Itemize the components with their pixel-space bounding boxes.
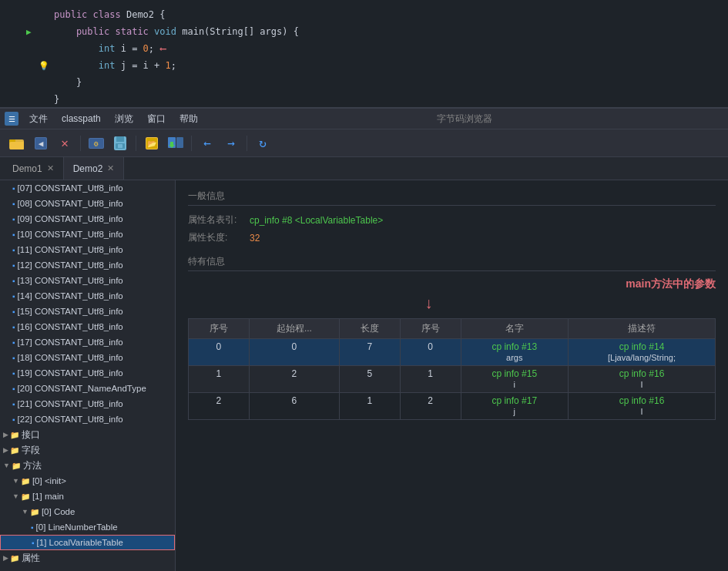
file-icon: ▪ — [12, 307, 15, 316]
expand-icon-code: ▼ — [22, 508, 29, 516]
attr-name-value[interactable]: cp_info #8 <LocalVariableTable> — [250, 215, 383, 226]
sidebar-item-s08[interactable]: ▪ [08] CONSTANT_Utf8_info — [0, 196, 175, 211]
sidebar-item-s11[interactable]: ▪ [11] CONSTANT_Utf8_info — [0, 242, 175, 257]
table-row: 1 2 5 1 cp info #15 i cp info #16 I — [189, 366, 716, 393]
sidebar-item-s21[interactable]: ▪ [21] CONSTANT_Utf8_info — [0, 396, 175, 411]
sidebar-label-s14: [14] CONSTANT_Utf8_info — [18, 291, 123, 301]
sidebar-item-s20[interactable]: ▪ [20] CONSTANT_NameAndType — [0, 381, 175, 396]
cell-start-1: 2 — [249, 366, 339, 393]
desc-link-2[interactable]: cp info #16 — [576, 395, 707, 406]
sidebar-label-s12: [12] CONSTANT_Utf8_info — [18, 260, 123, 270]
annotation-arrow-icon: ↓ — [425, 294, 433, 312]
table-row: 2 6 1 2 cp info #17 j cp info #16 I — [189, 393, 716, 420]
tab-demo1-close[interactable]: ✕ — [47, 163, 54, 173]
sidebar-item-interface[interactable]: ▶ 📁 接口 — [0, 427, 175, 442]
sidebar-label-method: 方法 — [23, 460, 42, 472]
main-area: ▪ [07] CONSTANT_Utf8_info ▪ [08] CONSTAN… — [0, 180, 728, 571]
svg-rect-10 — [116, 136, 124, 142]
attr-len-value: 32 — [250, 233, 260, 244]
sidebar-item-property[interactable]: ▶ 📁 属性 — [0, 550, 175, 566]
sidebar-item-main[interactable]: ▼ 📁 [1] main — [0, 489, 175, 504]
attr-len-label: 属性长度: — [188, 231, 250, 244]
run-arrow-2: ▶ — [26, 27, 39, 37]
cell-idx-1: 1 — [400, 366, 461, 393]
sidebar-label-s20: [20] CONSTANT_NameAndType — [18, 384, 146, 393]
menu-browse[interactable]: 浏览 — [109, 111, 139, 127]
back-button[interactable]: ◀ — [30, 133, 52, 153]
file-icon: ▪ — [12, 369, 15, 378]
sidebar-item-code[interactable]: ▼ 📁 [0] Code — [0, 504, 175, 519]
menu-window[interactable]: 窗口 — [141, 111, 172, 127]
sidebar-item-s07[interactable]: ▪ [07] CONSTANT_Utf8_info — [0, 180, 175, 196]
menu-classpath[interactable]: classpath — [55, 112, 107, 126]
nav-back-button[interactable]: ← — [196, 133, 218, 153]
file-icon: ▪ — [12, 277, 15, 285]
sidebar-item-localvariable[interactable]: ▪ [1] LocalVariableTable — [0, 535, 175, 550]
refresh-button[interactable]: ↻ — [252, 133, 273, 153]
expand-icon-property: ▶ — [3, 554, 8, 562]
sidebar-item-s22[interactable]: ▪ [22] CONSTANT_Utf8_info — [0, 411, 175, 427]
close-button[interactable]: ✕ — [54, 133, 75, 153]
general-info-title: 一般信息 — [188, 190, 716, 206]
sidebar-label-s07: [07] CONSTANT_Utf8_info — [18, 183, 123, 193]
svg-text:📂: 📂 — [147, 139, 157, 149]
folder-icon-code: 📁 — [30, 508, 39, 516]
desc-link-1[interactable]: cp info #16 — [576, 368, 707, 379]
import-button[interactable]: 📂 — [141, 133, 163, 153]
special-info-title: 特有信息 — [188, 255, 716, 271]
sidebar-item-method[interactable]: ▼ 📁 方法 — [0, 458, 175, 473]
sidebar-item-s13[interactable]: ▪ [13] CONSTANT_Utf8_info — [0, 273, 175, 288]
tab-demo2[interactable]: Demo2 ✕ — [64, 157, 125, 180]
nav-forward-button[interactable]: → — [220, 133, 242, 153]
menu-help[interactable]: 帮助 — [173, 111, 204, 127]
svg-rect-17 — [176, 137, 183, 148]
name-link-1[interactable]: cp info #15 — [469, 368, 561, 379]
cell-seq-0: 0 — [189, 339, 250, 366]
sidebar-item-s12[interactable]: ▪ [12] CONSTANT_Utf8_info — [0, 257, 175, 273]
sidebar-item-s17[interactable]: ▪ [17] CONSTANT_Utf8_info — [0, 334, 175, 350]
sidebar-label-s15: [15] CONSTANT_Utf8_info — [18, 307, 123, 316]
sidebar-label-s21: [21] CONSTANT_Utf8_info — [18, 399, 123, 408]
sidebar-item-s16[interactable]: ▪ [16] CONSTANT_Utf8_info — [0, 319, 175, 334]
sidebar-item-s19[interactable]: ▪ [19] CONSTANT_Utf8_info — [0, 365, 175, 381]
save-button[interactable] — [109, 133, 131, 153]
sidebar-item-field[interactable]: ▶ 📁 字段 — [0, 442, 175, 458]
toolbar: ◀ ✕ ⚙ 📂 ← → ↻ — [0, 129, 728, 157]
sidebar-label-s13: [13] CONSTANT_Utf8_info — [18, 276, 123, 285]
menu-file[interactable]: 文件 — [23, 111, 54, 127]
expand-icon-interface: ▶ — [3, 431, 8, 438]
sidebar-label-main: [1] main — [32, 492, 64, 501]
sidebar-item-s09[interactable]: ▪ [09] CONSTANT_Utf8_info — [0, 211, 175, 227]
sidebar-item-linenumber[interactable]: ▪ [0] LineNumberTable — [0, 519, 175, 535]
menubar: ☰ 文件 classpath 浏览 窗口 帮助 字节码浏览器 — [0, 108, 728, 129]
code-editor: public class Demo2 { ▶ public static voi… — [0, 0, 728, 108]
bulb-4: 💡 — [39, 61, 51, 71]
attr-name-row: 属性名表引: cp_info #8 <LocalVariableTable> — [188, 213, 716, 227]
sidebar-label-s11: [11] CONSTANT_Utf8_info — [18, 245, 123, 254]
sidebar-item-s18[interactable]: ▪ [18] CONSTANT_Utf8_info — [0, 350, 175, 365]
name-sub-2: j — [514, 407, 515, 416]
col-seq: 序号 — [189, 319, 250, 339]
name-link-2[interactable]: cp info #17 — [469, 395, 561, 406]
sidebar-label-code: [0] Code — [42, 507, 75, 516]
code-line-6: } — [0, 91, 728, 108]
sidebar-item-s14[interactable]: ▪ [14] CONSTANT_Utf8_info — [0, 288, 175, 304]
sidebar-item-s15[interactable]: ▪ [15] CONSTANT_Utf8_info — [0, 304, 175, 319]
tab-demo2-close[interactable]: ✕ — [107, 163, 114, 173]
line-content-1: public class Demo2 { — [51, 9, 728, 20]
desc-link-0[interactable]: cp info #14 — [576, 341, 707, 352]
sidebar-label-linenumber: [0] LineNumberTable — [36, 522, 118, 532]
export-button[interactable] — [165, 133, 186, 153]
cell-len-2: 1 — [340, 393, 401, 420]
compile1-button[interactable]: ⚙ — [86, 133, 107, 153]
sidebar-item-s10[interactable]: ▪ [10] CONSTANT_Utf8_info — [0, 227, 175, 242]
name-link-0[interactable]: cp info #13 — [469, 341, 561, 352]
cell-seq-2: 2 — [189, 393, 250, 420]
tab-demo1[interactable]: Demo1 ✕ — [3, 157, 64, 180]
app-icon: ☰ — [5, 112, 18, 126]
open-folder-button[interactable] — [6, 133, 28, 153]
file-icon: ▪ — [12, 323, 15, 331]
sidebar-item-init[interactable]: ▼ 📁 [0] <init> — [0, 473, 175, 489]
folder-icon-main: 📁 — [21, 492, 30, 501]
cell-desc-1: cp info #16 I — [569, 366, 716, 393]
